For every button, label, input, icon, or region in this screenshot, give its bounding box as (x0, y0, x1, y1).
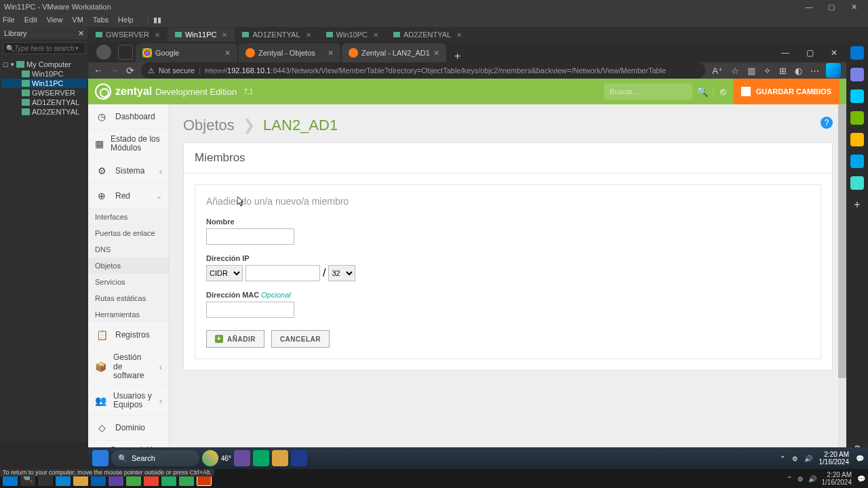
menu-help[interactable]: Help (118, 16, 134, 24)
vm-tab[interactable]: AD1ZENTYAL✕ (235, 28, 318, 41)
menu-file[interactable]: File (3, 16, 15, 24)
minimize-button[interactable]: — (773, 43, 797, 62)
sidebar-subitem[interactable]: Objetos (88, 258, 169, 274)
tab-close-icon[interactable]: ✕ (456, 31, 462, 39)
sidebar-add-icon[interactable]: + (850, 198, 864, 211)
weather-widget-icon[interactable] (202, 450, 218, 466)
logout-icon[interactable]: ⎋ (713, 86, 733, 97)
sidebar-subitem[interactable]: Interfaces (88, 209, 169, 225)
chevron-down-icon[interactable]: ▾ (75, 45, 79, 52)
collections-icon[interactable]: ✧ (764, 66, 771, 76)
vm-tab[interactable]: Win11PC✕ (167, 28, 235, 41)
chevron-up-icon[interactable]: ⌃ (780, 455, 785, 462)
tree-item[interactable]: GWSERVER (1, 88, 87, 98)
vm-tab[interactable]: AD2ZENTYAL✕ (386, 28, 469, 41)
sidebar-app-icon[interactable] (850, 68, 864, 81)
mac-input[interactable] (206, 302, 294, 318)
sidebar-subitem[interactable]: Puertas de enlace (88, 225, 169, 241)
address-bar[interactable]: ⚠ Not secure | https://192.168.10.1:8443… (141, 62, 705, 79)
terminal-taskbar-icon[interactable] (291, 450, 307, 466)
sidebar-app-icon[interactable] (850, 89, 864, 103)
ip-type-select[interactable]: CIDR (206, 265, 243, 281)
header-search-input[interactable] (604, 83, 692, 100)
tree-item[interactable]: AD2ZENTYAL (1, 107, 87, 117)
back-button[interactable]: ← (94, 65, 103, 76)
sidebar-app-icon[interactable] (850, 176, 864, 190)
sidebar-item-dominio[interactable]: ◇Dominio (88, 415, 169, 441)
split-screen-icon[interactable]: ▥ (747, 66, 755, 76)
scrollbar[interactable] (838, 104, 846, 488)
ip-mask-select[interactable]: 32 (328, 265, 355, 281)
sidebar-app-icon[interactable] (850, 111, 864, 125)
sidebar-subitem[interactable]: Rutas estáticas (88, 290, 169, 306)
volume-icon[interactable]: 🔊 (808, 475, 816, 483)
new-tab-button[interactable]: + (448, 50, 467, 62)
wifi-icon[interactable]: ⊚ (792, 455, 797, 462)
notifications-icon[interactable]: 💬 (857, 475, 865, 483)
vm-tab[interactable]: GWSERVER✕ (88, 28, 167, 41)
sidebar-item-gestion[interactable]: 📦Gestión de software (88, 348, 169, 386)
ip-address-input[interactable] (245, 265, 320, 281)
close-button[interactable]: ✕ (844, 3, 864, 12)
read-aloud-icon[interactable]: A⁺ (712, 66, 723, 76)
tab-close-icon[interactable]: ✕ (155, 31, 160, 39)
maximize-button[interactable]: ▢ (797, 43, 822, 62)
tab-close-icon[interactable]: ✕ (222, 31, 227, 39)
refresh-button[interactable]: ⟳ (126, 65, 134, 76)
tree-item[interactable]: Win10PC (1, 69, 87, 79)
search-icon[interactable]: 🔍 (692, 86, 713, 97)
start-button[interactable] (92, 450, 108, 466)
sidebar-item-estado[interactable]: ▦Estado de los Módulos (88, 129, 169, 159)
taskbar-app-icon[interactable] (234, 450, 250, 466)
tree-item[interactable]: AD1ZENTYAL (1, 98, 87, 107)
network-icon[interactable]: ⊚ (797, 475, 803, 483)
menu-view[interactable]: View (47, 16, 63, 24)
maximize-button[interactable]: ▢ (821, 3, 842, 12)
guest-systray[interactable]: ⌃ ⊚ 🔊 2:20 AM 1/16/2024 💬 (780, 451, 865, 466)
browser-tab[interactable]: Google ✕ (136, 43, 237, 62)
menu-vm[interactable]: VM (72, 16, 83, 24)
menu-icon[interactable]: ⋯ (810, 66, 819, 76)
profile-icon[interactable]: ◐ (795, 66, 802, 76)
save-changes-button[interactable]: GUARDAR CAMBIOS (733, 79, 840, 104)
pause-icon[interactable]: ▮▮ (153, 16, 161, 24)
sidebar-item-dashboard[interactable]: ◷Dashboard (88, 104, 169, 129)
sidebar-item-usuarios[interactable]: 👥Usuarios y Equipos (88, 386, 169, 415)
sidebar-subitem[interactable]: DNS (88, 241, 169, 258)
edge-taskbar-icon[interactable] (253, 450, 269, 466)
tab-actions-icon[interactable] (118, 45, 133, 60)
profile-avatar-icon[interactable] (96, 45, 111, 60)
menu-edit[interactable]: Edit (24, 16, 37, 24)
tab-close-icon[interactable]: ✕ (373, 31, 378, 39)
close-button[interactable]: ✕ (822, 43, 846, 62)
library-search[interactable]: 🔍 ▾ (3, 42, 85, 54)
tree-root[interactable]: ▢▾ My Computer (1, 60, 87, 69)
explorer-taskbar-icon[interactable] (272, 450, 288, 466)
sidebar-subitem[interactable]: Herramientas (88, 306, 169, 323)
tab-close-icon[interactable]: ✕ (433, 49, 439, 58)
nombre-input[interactable] (206, 228, 294, 245)
sidebar-subitem[interactable]: Servicios (88, 274, 169, 290)
sidebar-item-sistema[interactable]: ⚙Sistema (88, 159, 169, 184)
library-close-icon[interactable]: ✕ (78, 29, 84, 38)
copilot-icon[interactable] (826, 63, 841, 78)
tab-close-icon[interactable]: ✕ (224, 49, 231, 58)
minimize-button[interactable]: — (799, 3, 819, 11)
library-search-input[interactable] (14, 45, 75, 52)
browser-tab[interactable]: Zentyal - LAN2_AD1 ✕ (342, 43, 446, 62)
extensions-icon[interactable]: ⊞ (779, 66, 787, 76)
zentyal-logo-icon[interactable] (95, 83, 111, 100)
weather-temp[interactable]: 46° (221, 455, 231, 462)
tab-close-icon[interactable]: ✕ (306, 31, 311, 39)
browser-tab[interactable]: Zentyal - Objetos ✕ (239, 43, 340, 62)
vm-tab[interactable]: Win10PC✕ (319, 28, 386, 41)
not-secure-icon[interactable]: ⚠ (148, 66, 155, 75)
menu-tabs[interactable]: Tabs (93, 16, 108, 24)
add-button[interactable]: +AÑADIR (206, 330, 264, 348)
notifications-icon[interactable]: 💬 (856, 455, 864, 462)
breadcrumb-parent[interactable]: Objetos (183, 117, 235, 134)
tab-close-icon[interactable]: ✕ (328, 49, 334, 58)
chevron-up-icon[interactable]: ⌃ (787, 475, 792, 483)
help-button[interactable]: ? (821, 117, 833, 129)
sidebar-item-registros[interactable]: 📋Registros (88, 323, 169, 348)
